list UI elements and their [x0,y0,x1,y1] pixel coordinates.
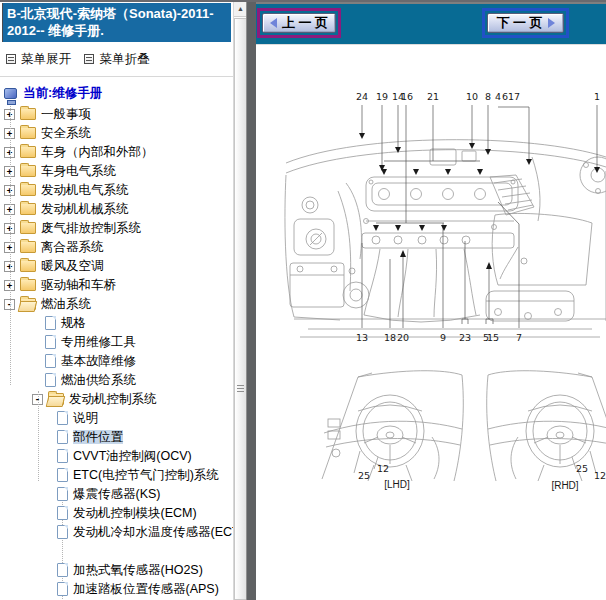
tree-item-label[interactable]: 一般事项 [41,107,91,121]
tree-item-label[interactable]: CVVT油控制阀(OCV) [73,449,192,463]
tree-item-section: 一般事项 [4,105,233,124]
computer-icon [4,88,17,99]
left-arrow-icon [270,18,277,28]
callout-number: 10 [466,91,478,102]
callout-number: 4 [495,91,501,102]
document-icon [45,335,56,349]
menu-expand-link[interactable]: 菜单展开 [6,52,71,66]
open-folder-icon [48,393,64,405]
rhd-dash-art [487,371,606,481]
callout-number: 25 [358,470,370,481]
folder-icon [20,222,36,234]
document-icon [57,430,68,444]
tree-item-label[interactable]: 车身（内部和外部） [41,145,154,159]
tree-item-label[interactable]: 爆震传感器(KS) [73,487,161,501]
sidebar-scrollbar[interactable]: ▲ [233,2,246,600]
callout-number: 13 [356,332,368,343]
next-page-ring: 下 一 页 [482,8,569,38]
navigation-tree: 当前:维修手册 一般事项 安全系统 车身（内部和外部） 车身电气系统 发动机电气… [0,79,233,599]
sidebar: B-北京现代-索纳塔（Sonata)-2011-2012-- 维修手册. 菜单展… [0,2,233,600]
document-icon [57,411,68,425]
menu-collapse-label[interactable]: 菜单折叠 [99,52,149,66]
document-icon [57,468,68,482]
tree-item-label[interactable]: 燃油供给系统 [61,373,136,387]
document-icon [57,525,68,539]
expand-all-icon [6,54,16,64]
tree-item-section: 车身（内部和外部） [4,143,233,162]
folder-icon [20,203,36,215]
tree-item-doc: 燃油供给系统 [4,371,233,390]
tree-item-label[interactable]: 车身电气系统 [41,164,116,178]
tree-item-section: 离合器系统 [4,238,233,257]
document-icon [57,506,68,520]
document-icon [57,582,68,596]
document-icon [45,316,56,330]
callout-number: 24 [356,91,368,102]
tree-item-section: 废气排放控制系统 [4,219,233,238]
menu-expand-label[interactable]: 菜单展开 [21,52,71,66]
tree-item-label[interactable]: 发动机冷却水温度传感器(ECTS) [73,523,233,542]
tree-item-doc: 发动机冷却水温度传感器(ECTS) [4,523,233,561]
folder-icon [20,127,36,139]
folder-icon [20,146,36,158]
lhd-label: [LHD] [384,479,410,490]
callout-arrowheads [359,133,600,269]
callout-number: 18 [384,332,396,343]
prev-page-ring: 上 一 页 [257,8,341,38]
tree-guide [10,97,11,385]
document-icon [45,373,56,387]
callout-number: 15 [487,332,499,343]
tree-item-label[interactable]: 废气排放控制系统 [41,221,141,235]
tree-item-label[interactable]: 发动机电气系统 [41,183,129,197]
tree-item-doc: 加热式氧传感器(HO2S) [4,561,233,580]
tree-item-label[interactable]: ETC(电控节气门控制)系统 [73,468,219,482]
tree-item-label[interactable]: 发动机控制系统 [69,392,157,406]
scrollbar-grip-icon [237,385,244,392]
tree-item-label[interactable]: 说明 [73,411,98,425]
menu-collapse-link[interactable]: 菜单折叠 [84,52,149,66]
callout-number: 12 [594,470,606,481]
tree-item-doc: 爆震传感器(KS) [4,485,233,504]
tree-item-label[interactable]: 发动机控制模块(ECM) [73,506,197,520]
tree-item-label[interactable]: 安全系统 [41,126,91,140]
panel-splitter[interactable] [246,2,256,600]
callout-number: 12 [377,463,389,474]
callout-number: 19 [376,91,388,102]
document-icon [57,563,68,577]
tree-item-label[interactable]: 规格 [61,316,86,330]
callout-number: 25 [576,463,588,474]
folder-icon [20,165,36,177]
tree-item-label[interactable]: 基本故障维修 [61,354,136,368]
tree-item-section: 安全系统 [4,124,233,143]
sidebar-divider [0,76,233,77]
tree-item-section: 暖风及空调 [4,257,233,276]
folder-icon [20,108,36,120]
tree-item-label[interactable]: 发动机机械系统 [41,202,129,216]
tree-item-doc: 基本故障维修 [4,352,233,371]
callout-number: 3 [465,332,471,343]
tree-item-section: 车身电气系统 [4,162,233,181]
collapse-all-icon [84,54,94,64]
tree-item-label[interactable]: 专用维修工具 [61,335,136,349]
tree-item-label[interactable]: 暖风及空调 [41,259,104,273]
next-page-button[interactable]: 下 一 页 [487,13,564,33]
lhd-dash-art [322,371,463,481]
open-folder-icon [20,298,36,310]
tree-item-doc: 专用维修工具 [4,333,233,352]
document-icon [57,449,68,463]
tree-item-label[interactable]: 加速踏板位置传感器(APS) [73,582,219,596]
tree-item-fuel-system: 燃油系统 [4,295,233,314]
tree-item-label[interactable]: 燃油系统 [41,297,91,311]
callout-number: 1 [594,91,600,102]
prev-page-button[interactable]: 上 一 页 [262,13,336,33]
callout-number: 20 [397,332,409,343]
tree-item-label[interactable]: 驱动轴和车桥 [41,278,116,292]
callout-number: 7 [516,332,522,343]
tree-item-label[interactable]: 加热式氧传感器(HO2S) [73,563,203,577]
tree-item-label[interactable]: 离合器系统 [41,240,104,254]
tree-item-label-selected[interactable]: 部件位置 [73,430,123,444]
folder-icon [20,260,36,272]
engine-bay-diagram [280,91,606,343]
tree-item-doc: 发动机控制模块(ECM) [4,504,233,523]
page-content: 24 19 14 16 21 10 8 4 6 17 1 13 18 20 9 … [256,44,606,600]
